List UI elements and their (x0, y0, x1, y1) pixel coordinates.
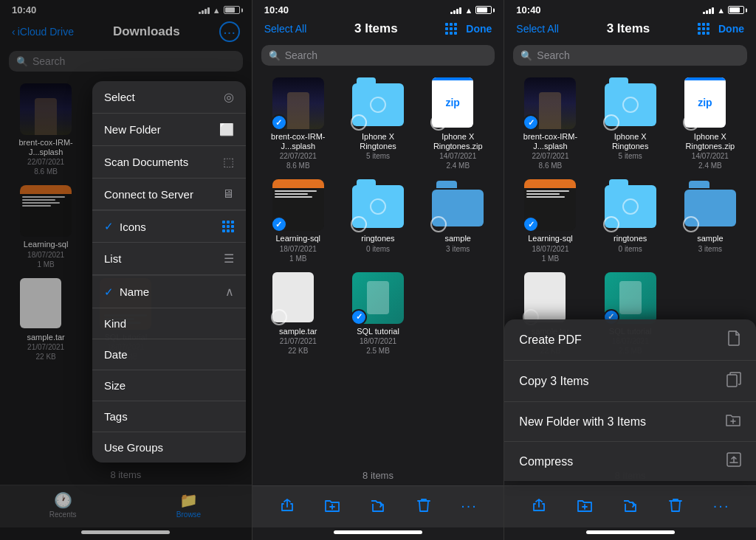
file-meta-brent-2: 22/07/20218.6 MB (280, 151, 317, 170)
menu-name[interactable]: ✓ Name ∧ (92, 276, 246, 308)
file-item-tar-2[interactable]: sample.tar 21/07/202122 KB (261, 272, 335, 356)
more-btn-2[interactable]: ··· (457, 494, 481, 517)
menu-use-groups-label: Use Groups (104, 441, 163, 454)
file-name-zip-3: Iphone X Ringtones.zip (681, 132, 740, 151)
file-meta-ringtones0-2: 0 items (366, 244, 390, 254)
file-icon-brent-3: ✓ (524, 77, 576, 129)
menu-list[interactable]: List ☰ (92, 243, 246, 275)
file-item-ringtones0-3[interactable]: ringtones 0 items (594, 179, 667, 263)
file-meta-ringtones-3: 5 items (619, 151, 642, 161)
file-icon-sample-3 (684, 179, 736, 231)
file-item-sqltut-2[interactable]: ✓ SQL tutorial 18/07/20212.5 MB (341, 272, 415, 356)
move-btn-2[interactable] (366, 494, 390, 517)
file-item-zip-2[interactable]: zip Iphone X Ringtones.zip 14/07/20212.4… (421, 77, 495, 170)
menu-new-folder-label: New Folder (104, 123, 161, 136)
menu-tags-label: Tags (104, 410, 128, 423)
status-bar-2: 10:40 ▲ (252, 0, 504, 18)
search-bar-2[interactable]: 🔍 Search (261, 45, 495, 66)
file-name-learning-2: Learning-sql (276, 234, 321, 243)
file-meta-ringtones-2: 5 items (366, 151, 390, 161)
file-item-zip-3[interactable]: zip Iphone X Ringtones.zip 14/07/20212.4… (673, 77, 747, 170)
menu-size[interactable]: Size (92, 370, 246, 401)
menu-name-label: Name (120, 285, 149, 298)
grid-view-btn-2[interactable] (445, 23, 457, 35)
menu-date-label: Date (104, 348, 128, 361)
action-new-folder[interactable]: New Folder with 3 Items (504, 402, 756, 442)
file-name-brent-3: brent-cox-IRM-J...splash (520, 132, 580, 151)
menu-scan-docs[interactable]: Scan Documents ⬚ (92, 146, 246, 179)
menu-date[interactable]: Date (92, 339, 246, 370)
file-icon-sample-2 (432, 179, 484, 231)
file-item-brent-2[interactable]: ✓ brent-cox-IRM-J...splash 22/07/20218.6… (261, 77, 335, 170)
file-icon-brent-2: ✓ (272, 77, 324, 129)
uncheck-sample-3 (683, 216, 699, 232)
file-name-ringtones-2: Iphone X Ringtones (348, 132, 408, 151)
menu-icons[interactable]: ✓ Icons (92, 211, 246, 243)
file-icon-sqltut-2: ✓ (352, 272, 404, 324)
file-item-ringtones-3[interactable]: Iphone X Ringtones 5 items (594, 77, 667, 170)
file-icon-ringtones-2 (352, 77, 404, 129)
file-item-ringtones0-2[interactable]: ringtones 0 items (341, 179, 415, 263)
phone-3: 10:40 ▲ Select All 3 Items (504, 0, 756, 540)
file-item-learning-3[interactable]: ✓ Learning-sql 18/07/20211 MB (513, 179, 587, 263)
file-icon-zip-3: zip (684, 77, 736, 129)
delete-btn-3[interactable] (664, 494, 687, 517)
menu-new-folder[interactable]: New Folder ⬜ (92, 114, 246, 146)
uncheck-ringtones0-2 (351, 216, 367, 232)
status-time-3: 10:40 (516, 4, 540, 15)
action-compress[interactable]: Compress (504, 442, 756, 481)
uncheck-tar-2 (271, 309, 287, 325)
phone-1: 10:40 ▲ ‹ iCloud Drive Downloads (0, 0, 252, 540)
share-btn-2[interactable] (275, 494, 299, 517)
file-meta-brent-3: 22/07/20218.6 MB (532, 151, 568, 170)
menu-list-label: List (104, 252, 121, 265)
nav-header-3: Select All 3 Items Done (504, 18, 756, 42)
select-all-3[interactable]: Select All (516, 23, 559, 35)
file-icon-tar-3 (524, 272, 576, 324)
action-copy[interactable]: Copy 3 Items (504, 361, 756, 402)
menu-use-groups[interactable]: Use Groups (92, 432, 246, 463)
file-name-ringtones-3: Iphone X Ringtones (601, 132, 660, 151)
menu-connect-server[interactable]: Connect to Server 🖥 (92, 179, 246, 210)
grid-view-btn-3[interactable] (698, 23, 709, 35)
action-create-pdf[interactable]: Create PDF (504, 319, 756, 361)
file-name-ringtones0-2: ringtones (361, 234, 394, 243)
file-item-learning-2[interactable]: ✓ Learning-sql 18/07/20211 MB (261, 179, 335, 263)
file-name-brent-2: brent-cox-IRM-J...splash (269, 132, 328, 151)
file-item-brent-3[interactable]: ✓ brent-cox-IRM-J...splash 22/07/20218.6… (513, 77, 587, 170)
menu-kind[interactable]: Kind (92, 308, 246, 339)
search-placeholder-3: Search (537, 49, 569, 61)
signal-icon-3 (703, 7, 714, 14)
add-folder-btn-2[interactable] (320, 494, 344, 517)
status-time-2: 10:40 (264, 4, 289, 15)
select-all-2[interactable]: Select All (264, 23, 307, 35)
menu-tags[interactable]: Tags (92, 401, 246, 432)
grid-row-2-3: sample.tar 21/07/202122 KB ✓ SQL tutoria… (261, 272, 495, 356)
menu-kind-label: Kind (104, 317, 126, 330)
file-item-ringtones-2[interactable]: Iphone X Ringtones 5 items (341, 77, 415, 170)
file-meta-ringtones0-3: 0 items (619, 244, 642, 254)
file-item-sample-2[interactable]: sample 3 items (421, 179, 495, 263)
menu-new-folder-icon: ⬜ (219, 122, 234, 136)
nav-header-2: Select All 3 Items Done (252, 18, 504, 42)
battery-icon-3 (728, 6, 744, 14)
file-item-sample-3[interactable]: sample 3 items (673, 179, 747, 263)
share-btn-3[interactable] (527, 494, 551, 517)
file-name-sqltut-2: SQL tutorial (357, 327, 399, 336)
more-btn-3[interactable]: ··· (709, 494, 733, 517)
done-btn-2[interactable]: Done (466, 23, 492, 35)
done-btn-3[interactable]: Done (718, 23, 744, 35)
grid-row-2-2: ✓ Learning-sql 18/07/20211 MB ringtones … (261, 179, 495, 263)
file-meta-sample-2: 3 items (446, 244, 470, 254)
delete-btn-2[interactable] (412, 494, 436, 517)
action-compress-icon (726, 452, 741, 471)
search-bar-3[interactable]: 🔍 Search (513, 45, 747, 66)
menu-list-icon: ☰ (224, 252, 234, 266)
search-icon-2: 🔍 (269, 50, 281, 61)
add-folder-btn-3[interactable] (573, 494, 597, 517)
file-name-ringtones0-3: ringtones (614, 234, 647, 243)
signal-icon-2 (450, 7, 461, 14)
move-btn-3[interactable] (619, 494, 642, 517)
file-meta-sqltut-2: 18/07/20212.5 MB (360, 336, 396, 356)
menu-select[interactable]: Select ◎ (92, 81, 246, 114)
